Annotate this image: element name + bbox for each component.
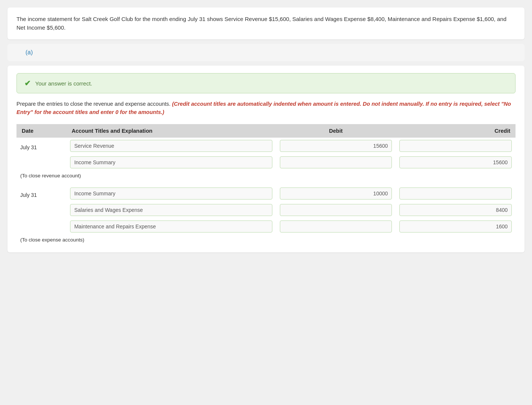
credit-cell[interactable]	[396, 154, 516, 171]
account-cell[interactable]	[66, 138, 276, 154]
header-credit: Credit	[396, 124, 516, 138]
checkmark-icon: ✔	[24, 79, 31, 88]
debit-cell[interactable]	[276, 154, 396, 171]
credit-input[interactable]	[399, 140, 512, 152]
intro-card: The income statement for Salt Creek Golf…	[7, 8, 525, 39]
success-banner: ✔ Your answer is correct.	[16, 73, 516, 93]
header-debit: Debit	[276, 124, 396, 138]
table-row: July 31	[16, 185, 516, 202]
account-cell[interactable]	[66, 202, 276, 218]
debit-input[interactable]	[280, 188, 392, 200]
note-row: (To close revenue account)	[16, 171, 516, 181]
date-cell: July 31	[16, 185, 66, 202]
debit-cell[interactable]	[276, 138, 396, 154]
debit-input[interactable]	[280, 156, 392, 168]
section-label: (a)	[16, 44, 42, 61]
account-cell[interactable]	[66, 154, 276, 171]
journal-table: Date Account Titles and Explanation Debi…	[16, 124, 516, 245]
account-input[interactable]	[70, 220, 272, 232]
credit-cell[interactable]	[396, 202, 516, 218]
note-row: (To close expense accounts)	[16, 235, 516, 245]
debit-cell[interactable]	[276, 185, 396, 202]
date-cell	[16, 154, 66, 171]
credit-input[interactable]	[399, 220, 512, 232]
section-header: (a)	[7, 44, 525, 61]
credit-cell[interactable]	[396, 218, 516, 235]
account-cell[interactable]	[66, 218, 276, 235]
credit-input[interactable]	[399, 188, 512, 200]
table-header-row: Date Account Titles and Explanation Debi…	[16, 124, 516, 138]
date-cell: July 31	[16, 138, 66, 154]
intro-text: The income statement for Salt Creek Golf…	[16, 15, 516, 32]
credit-cell[interactable]	[396, 138, 516, 154]
account-cell[interactable]	[66, 185, 276, 202]
account-input[interactable]	[70, 140, 272, 152]
table-row: July 31	[16, 138, 516, 154]
account-input[interactable]	[70, 204, 272, 216]
success-text: Your answer is correct.	[35, 80, 92, 87]
table-row	[16, 154, 516, 171]
date-cell	[16, 202, 66, 218]
note-text: (To close revenue account)	[16, 171, 516, 181]
account-input[interactable]	[70, 188, 272, 200]
debit-input[interactable]	[280, 220, 392, 232]
table-row	[16, 202, 516, 218]
debit-input[interactable]	[280, 140, 392, 152]
instructions-normal: Prepare the entries to close the revenue…	[16, 101, 170, 107]
account-input[interactable]	[70, 156, 272, 168]
date-cell	[16, 218, 66, 235]
credit-input[interactable]	[399, 204, 512, 216]
debit-input[interactable]	[280, 204, 392, 216]
header-account: Account Titles and Explanation	[66, 124, 276, 138]
header-date: Date	[16, 124, 66, 138]
credit-input[interactable]	[399, 156, 512, 168]
note-text: (To close expense accounts)	[16, 235, 516, 245]
instructions: Prepare the entries to close the revenue…	[16, 100, 516, 117]
debit-cell[interactable]	[276, 202, 396, 218]
spacer-row	[16, 181, 516, 185]
table-row	[16, 218, 516, 235]
debit-cell[interactable]	[276, 218, 396, 235]
main-content-card: ✔ Your answer is correct. Prepare the en…	[7, 66, 525, 252]
credit-cell[interactable]	[396, 185, 516, 202]
